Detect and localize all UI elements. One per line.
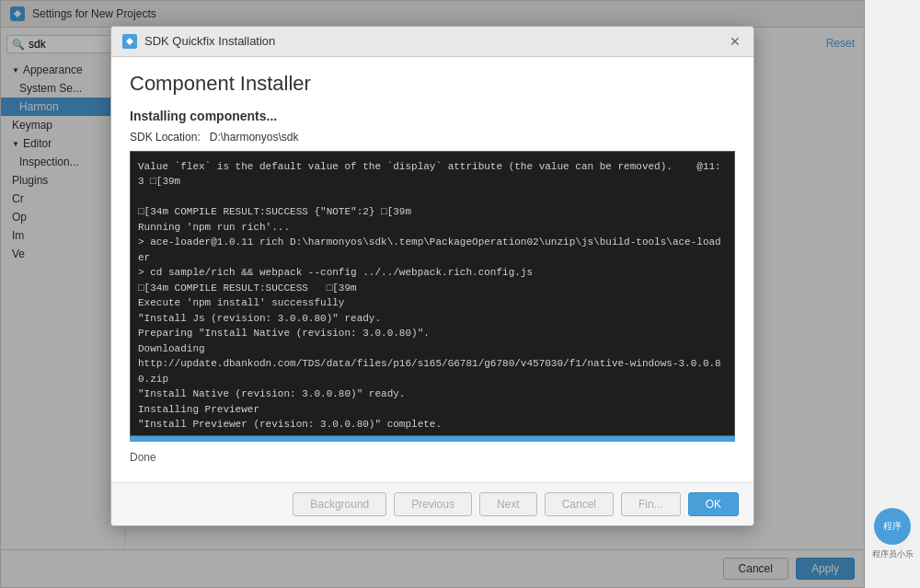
- log-area[interactable]: Value `flex` is the default value of the…: [130, 151, 735, 436]
- watermark-area: 程序 程序员小乐: [865, 0, 920, 579]
- dialog-title: SDK Quickfix Installation: [144, 34, 720, 48]
- background-button[interactable]: Background: [293, 492, 386, 516]
- dialog-app-icon: [122, 34, 137, 49]
- watermark-icon-text: 程序: [883, 520, 902, 533]
- watermark-icon: 程序: [874, 508, 911, 545]
- sdk-location-value: D:\harmonyos\sdk: [210, 131, 299, 144]
- sdk-location-row: SDK Location: D:\harmonyos\sdk: [130, 131, 735, 144]
- sdk-dialog: SDK Quickfix Installation ✕ Component In…: [110, 26, 754, 526]
- dialog-close-button[interactable]: ✕: [728, 35, 742, 48]
- ok-button[interactable]: OK: [688, 492, 739, 516]
- finish-button[interactable]: Fin...: [621, 492, 681, 516]
- watermark-text: 程序员小乐: [872, 548, 914, 560]
- sdk-location-label: SDK Location:: [130, 131, 201, 144]
- dialog-footer: Background Previous Next Cancel Fin... O…: [111, 482, 753, 525]
- done-label: Done: [130, 447, 735, 467]
- modal-overlay: SDK Quickfix Installation ✕ Component In…: [0, 0, 865, 588]
- previous-button[interactable]: Previous: [394, 492, 472, 516]
- dialog-heading: Component Installer: [130, 72, 735, 96]
- progress-bar: [130, 436, 735, 442]
- cancel-dialog-button[interactable]: Cancel: [545, 492, 614, 516]
- dialog-titlebar: SDK Quickfix Installation ✕: [111, 27, 753, 57]
- dialog-body: Component Installer Installing component…: [111, 57, 753, 482]
- installing-status-label: Installing components...: [130, 109, 735, 123]
- next-button[interactable]: Next: [479, 492, 537, 516]
